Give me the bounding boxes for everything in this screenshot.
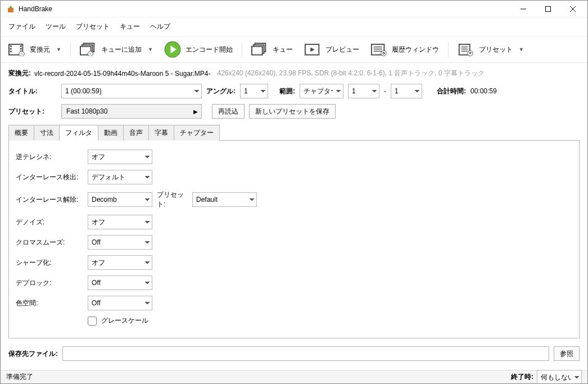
window-titlebar: HandBrake: [1, 1, 587, 17]
title-row: タイトル: 1 (00:00:59) アングル: 1 範囲: チャプター 1 -…: [8, 84, 580, 98]
toolbar-addqueue-label: キューに追加: [101, 45, 142, 55]
sharpen-select[interactable]: オフ: [88, 255, 152, 270]
angle-select[interactable]: 1: [240, 84, 268, 98]
preset-select[interactable]: Fast 1080p30 ▶: [61, 104, 202, 119]
chroma-select[interactable]: Off: [88, 235, 152, 250]
denoise-select[interactable]: オフ: [88, 215, 152, 229]
deint-select[interactable]: Decomb: [88, 192, 152, 207]
deint-label: インターレース解除:: [16, 195, 83, 205]
tab-strip: 概要 寸法 フィルタ 動画 音声 字幕 チャプター: [8, 124, 580, 140]
maximize-button[interactable]: [536, 1, 560, 17]
svg-rect-10: [20, 48, 22, 49]
window-title: HandBrake: [19, 5, 511, 13]
detelecine-select[interactable]: オフ: [88, 150, 152, 164]
toolbar-separator: [448, 42, 449, 57]
svg-rect-9: [20, 46, 22, 47]
toolbar-queue-button[interactable]: キュー: [247, 40, 297, 59]
range-from-select[interactable]: 1: [348, 84, 379, 98]
toolbar-history-button[interactable]: 履歴ウィンドウ: [366, 40, 444, 59]
menu-presets[interactable]: プリセット: [71, 20, 114, 34]
tab-filters[interactable]: フィルタ: [59, 125, 98, 141]
svg-rect-7: [10, 48, 12, 49]
svg-rect-6: [10, 46, 12, 47]
source-details: 426x240 (426x240), 23.98 FPS, SDR (8-bit…: [217, 69, 485, 78]
preset-value: Fast 1080p30: [66, 107, 107, 115]
browse-button[interactable]: 参照: [554, 346, 580, 361]
preset-row: プリセット: Fast 1080p30 ▶ 再読込 新しいプリセットを保存: [8, 104, 580, 119]
grayscale-label: グレースケール: [101, 316, 148, 326]
svg-rect-8: [10, 51, 12, 52]
preset-saveas-button[interactable]: 新しいプリセットを保存: [249, 104, 336, 119]
range-type-select[interactable]: チャプター: [300, 84, 343, 98]
toolbar-separator: [242, 42, 242, 57]
grayscale-checkbox[interactable]: グレースケール: [88, 316, 257, 326]
toolbar-history-label: 履歴ウィンドウ: [392, 45, 439, 55]
range-dash: -: [384, 87, 386, 95]
source-info-row: 変換元: vlc-record-2024-05-15-09h44m40s-Mar…: [8, 69, 580, 78]
toolbar-source-button[interactable]: + 変換元 ▼: [4, 40, 66, 59]
tabs-container: 概要 寸法 フィルタ 動画 音声 字幕 チャプター 逆テレシネ: オフ インター…: [8, 124, 580, 338]
minimize-button[interactable]: [511, 1, 536, 17]
toolbar-encode-button[interactable]: エンコード開始: [160, 40, 237, 59]
svg-rect-0: [8, 8, 13, 12]
toolbar-source-label: 変換元: [30, 45, 50, 55]
save-row: 保存先ファイル: 参照: [8, 344, 580, 364]
deint-preset-select[interactable]: Default: [192, 192, 257, 207]
status-bar: 準備完了 終了時: 何もしない: [1, 370, 587, 383]
range-to-select[interactable]: 1: [391, 84, 422, 98]
status-text: 準備完了: [6, 372, 33, 382]
chevron-right-icon: ▶: [193, 109, 198, 115]
title-label: タイトル:: [8, 87, 57, 96]
history-icon: [370, 42, 387, 57]
title-select[interactable]: 1 (00:00:59): [61, 84, 202, 98]
endtime-select[interactable]: 何もしない: [537, 370, 582, 385]
deblock-select[interactable]: Off: [88, 275, 152, 290]
menu-help[interactable]: ヘルプ: [146, 20, 175, 34]
svg-text:+: +: [20, 51, 23, 56]
svg-rect-2: [546, 6, 551, 11]
tab-summary[interactable]: 概要: [8, 125, 34, 141]
detelecine-label: 逆テレシネ:: [16, 152, 83, 162]
intdetect-select[interactable]: デフォルト: [88, 170, 152, 184]
save-label: 保存先ファイル:: [8, 349, 58, 359]
tab-video[interactable]: 動画: [98, 125, 124, 141]
toolbar-separator: [70, 42, 71, 57]
toolbar-queue-label: キュー: [273, 45, 293, 55]
tab-audio[interactable]: 音声: [123, 125, 149, 141]
source-file: vlc-record-2024-05-15-09h44m40s-Maroon 5…: [34, 70, 210, 78]
toolbar-preview-label: プレビュー: [325, 45, 359, 55]
toolbar-add-queue-button[interactable]: + キューに追加 ▼: [75, 40, 157, 59]
menu-tools[interactable]: ツール: [41, 20, 70, 34]
main-content: 変換元: vlc-record-2024-05-15-09h44m40s-Mar…: [1, 63, 587, 370]
grayscale-input[interactable]: [88, 317, 97, 326]
sharpen-label: シャープ化:: [16, 258, 83, 268]
preview-icon: [304, 42, 321, 57]
toolbar-encode-label: エンコード開始: [186, 45, 233, 55]
range-label: 範囲:: [279, 87, 295, 96]
menu-file[interactable]: ファイル: [4, 20, 40, 34]
tab-chapters[interactable]: チャプター: [174, 125, 220, 141]
colorspace-label: 色空間:: [16, 299, 83, 308]
toolbar-preview-button[interactable]: プレビュー: [300, 40, 364, 59]
total-time-value: 00:00:59: [471, 87, 497, 95]
chevron-down-icon: ▼: [519, 47, 524, 52]
tab-dimensions[interactable]: 寸法: [34, 125, 60, 141]
app-icon: [6, 4, 15, 13]
presets-icon: [458, 42, 474, 57]
chevron-down-icon: ▼: [56, 47, 61, 52]
tab-subtitles[interactable]: 字幕: [148, 125, 174, 141]
angle-label: アングル:: [206, 87, 236, 96]
svg-text:+: +: [89, 51, 92, 56]
preset-reload-button[interactable]: 再読込: [212, 104, 245, 119]
colorspace-select[interactable]: Off: [88, 296, 152, 310]
total-time-label: 合計時間:: [437, 87, 466, 96]
save-path-input[interactable]: [62, 346, 549, 361]
toolbar-presets-button[interactable]: プリセット ▼: [453, 40, 528, 59]
endtime-label: 終了時:: [511, 372, 533, 382]
menu-queue[interactable]: キュー: [115, 20, 144, 34]
deint-preset-label: プリセット:: [157, 190, 188, 209]
deblock-label: デブロック:: [16, 278, 83, 288]
queue-add-icon: +: [80, 42, 97, 57]
menu-bar: ファイル ツール プリセット キュー ヘルプ: [1, 17, 587, 37]
close-button[interactable]: [560, 1, 585, 17]
